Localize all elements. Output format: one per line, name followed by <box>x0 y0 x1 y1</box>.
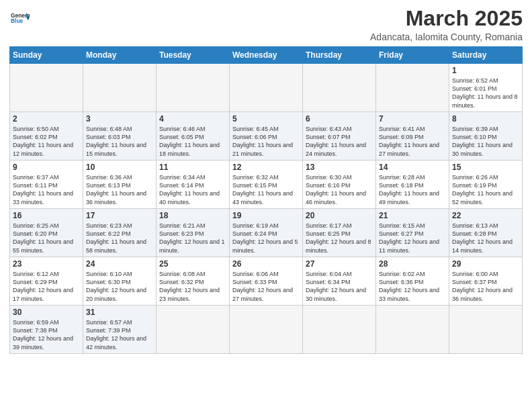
day-info: Sunrise: 6:45 AM Sunset: 6:06 PM Dayligh… <box>232 125 300 158</box>
calendar-week-row: 1Sunrise: 6:52 AM Sunset: 6:01 PM Daylig… <box>10 64 523 112</box>
day-info: Sunrise: 6:30 AM Sunset: 6:16 PM Dayligh… <box>306 173 373 206</box>
table-row: 9Sunrise: 6:37 AM Sunset: 6:11 PM Daylig… <box>10 161 83 209</box>
table-row: 21Sunrise: 6:15 AM Sunset: 6:27 PM Dayli… <box>376 209 449 257</box>
day-number: 19 <box>232 211 300 220</box>
day-number: 21 <box>379 211 446 220</box>
calendar-week-row: 23Sunrise: 6:12 AM Sunset: 6:29 PM Dayli… <box>10 257 523 306</box>
table-row: 25Sunrise: 6:08 AM Sunset: 6:32 PM Dayli… <box>157 257 230 306</box>
day-number: 3 <box>86 114 153 124</box>
table-row <box>376 64 449 112</box>
day-info: Sunrise: 6:06 AM Sunset: 6:33 PM Dayligh… <box>232 270 300 303</box>
table-row: 10Sunrise: 6:36 AM Sunset: 6:13 PM Dayli… <box>83 161 157 209</box>
day-info: Sunrise: 6:02 AM Sunset: 6:36 PM Dayligh… <box>379 270 446 303</box>
day-number: 30 <box>13 308 80 317</box>
table-row: 14Sunrise: 6:28 AM Sunset: 6:18 PM Dayli… <box>376 161 449 209</box>
svg-text:Blue: Blue <box>11 17 23 24</box>
table-row: 2Sunrise: 6:50 AM Sunset: 6:02 PM Daylig… <box>10 112 83 161</box>
table-row: 24Sunrise: 6:10 AM Sunset: 6:30 PM Dayli… <box>83 257 157 306</box>
header-wednesday: Wednesday <box>230 47 303 64</box>
table-row <box>157 64 230 112</box>
calendar-week-row: 16Sunrise: 6:25 AM Sunset: 6:20 PM Dayli… <box>10 209 523 257</box>
day-number: 2 <box>13 114 80 124</box>
table-row <box>376 306 449 354</box>
table-row: 17Sunrise: 6:23 AM Sunset: 6:22 PM Dayli… <box>83 209 157 257</box>
day-info: Sunrise: 6:36 AM Sunset: 6:13 PM Dayligh… <box>86 173 153 206</box>
day-number: 7 <box>379 114 446 124</box>
table-row: 18Sunrise: 6:21 AM Sunset: 6:23 PM Dayli… <box>157 209 230 257</box>
day-info: Sunrise: 6:43 AM Sunset: 6:07 PM Dayligh… <box>306 125 373 158</box>
day-info: Sunrise: 6:52 AM Sunset: 6:01 PM Dayligh… <box>452 77 519 109</box>
table-row: 20Sunrise: 6:17 AM Sunset: 6:25 PM Dayli… <box>303 209 376 257</box>
logo-area: General Blue <box>9 7 30 31</box>
day-number: 23 <box>13 259 80 269</box>
header-monday: Monday <box>83 47 157 64</box>
day-number: 27 <box>306 259 373 269</box>
header-sunday: Sunday <box>10 47 83 64</box>
day-info: Sunrise: 6:17 AM Sunset: 6:25 PM Dayligh… <box>306 222 373 255</box>
table-row: 23Sunrise: 6:12 AM Sunset: 6:29 PM Dayli… <box>10 257 83 306</box>
day-info: Sunrise: 6:37 AM Sunset: 6:11 PM Dayligh… <box>13 173 80 206</box>
day-number: 24 <box>86 259 153 269</box>
header-thursday: Thursday <box>303 47 376 64</box>
day-number: 25 <box>159 259 226 269</box>
day-info: Sunrise: 6:34 AM Sunset: 6:14 PM Dayligh… <box>159 173 226 206</box>
day-number: 5 <box>232 114 300 124</box>
day-info: Sunrise: 6:12 AM Sunset: 6:29 PM Dayligh… <box>13 270 80 303</box>
table-row: 31Sunrise: 6:57 AM Sunset: 7:39 PM Dayli… <box>83 306 157 354</box>
day-number: 18 <box>159 211 226 220</box>
day-number: 9 <box>13 163 80 172</box>
day-number: 13 <box>306 163 373 172</box>
day-number: 12 <box>232 163 300 172</box>
table-row <box>230 64 303 112</box>
day-number: 16 <box>13 211 80 220</box>
day-info: Sunrise: 6:48 AM Sunset: 6:03 PM Dayligh… <box>86 125 153 158</box>
header: General Blue March 2025 Adancata, Ialomi… <box>9 7 523 42</box>
day-number: 6 <box>306 114 373 124</box>
table-row <box>10 64 83 112</box>
table-row: 7Sunrise: 6:41 AM Sunset: 6:09 PM Daylig… <box>376 112 449 161</box>
table-row: 27Sunrise: 6:04 AM Sunset: 6:34 PM Dayli… <box>303 257 376 306</box>
day-number: 28 <box>379 259 446 269</box>
table-row <box>303 306 376 354</box>
day-number: 10 <box>86 163 153 172</box>
table-row: 26Sunrise: 6:06 AM Sunset: 6:33 PM Dayli… <box>230 257 303 306</box>
calendar-table: Sunday Monday Tuesday Wednesday Thursday… <box>9 46 523 354</box>
day-info: Sunrise: 6:21 AM Sunset: 6:23 PM Dayligh… <box>159 222 226 255</box>
day-number: 14 <box>379 163 446 172</box>
day-info: Sunrise: 6:25 AM Sunset: 6:20 PM Dayligh… <box>13 222 80 255</box>
day-number: 20 <box>306 211 373 220</box>
table-row: 11Sunrise: 6:34 AM Sunset: 6:14 PM Dayli… <box>157 161 230 209</box>
table-row: 30Sunrise: 6:59 AM Sunset: 7:38 PM Dayli… <box>10 306 83 354</box>
month-year-title: March 2025 <box>370 7 523 30</box>
table-row: 16Sunrise: 6:25 AM Sunset: 6:20 PM Dayli… <box>10 209 83 257</box>
day-info: Sunrise: 6:32 AM Sunset: 6:15 PM Dayligh… <box>232 173 300 206</box>
day-number: 29 <box>452 259 519 269</box>
day-info: Sunrise: 6:26 AM Sunset: 6:19 PM Dayligh… <box>452 173 519 206</box>
table-row: 19Sunrise: 6:19 AM Sunset: 6:24 PM Dayli… <box>230 209 303 257</box>
day-info: Sunrise: 6:15 AM Sunset: 6:27 PM Dayligh… <box>379 222 446 255</box>
calendar-week-row: 30Sunrise: 6:59 AM Sunset: 7:38 PM Dayli… <box>10 306 523 354</box>
day-number: 8 <box>452 114 519 124</box>
day-info: Sunrise: 6:19 AM Sunset: 6:24 PM Dayligh… <box>232 222 300 255</box>
day-number: 31 <box>86 308 153 317</box>
header-tuesday: Tuesday <box>157 47 230 64</box>
day-info: Sunrise: 6:46 AM Sunset: 6:05 PM Dayligh… <box>159 125 226 158</box>
calendar-header-row: Sunday Monday Tuesday Wednesday Thursday… <box>10 47 523 64</box>
table-row: 13Sunrise: 6:30 AM Sunset: 6:16 PM Dayli… <box>303 161 376 209</box>
day-number: 4 <box>159 114 226 124</box>
table-row: 22Sunrise: 6:13 AM Sunset: 6:28 PM Dayli… <box>449 209 523 257</box>
day-number: 26 <box>232 259 300 269</box>
day-number: 15 <box>452 163 519 172</box>
calendar-week-row: 9Sunrise: 6:37 AM Sunset: 6:11 PM Daylig… <box>10 161 523 209</box>
header-friday: Friday <box>376 47 449 64</box>
day-info: Sunrise: 6:08 AM Sunset: 6:32 PM Dayligh… <box>159 270 226 303</box>
day-info: Sunrise: 6:57 AM Sunset: 7:39 PM Dayligh… <box>86 318 153 351</box>
svg-marker-3 <box>26 17 30 21</box>
table-row: 15Sunrise: 6:26 AM Sunset: 6:19 PM Dayli… <box>449 161 523 209</box>
page: General Blue March 2025 Adancata, Ialomi… <box>0 0 532 411</box>
day-info: Sunrise: 6:04 AM Sunset: 6:34 PM Dayligh… <box>306 270 373 303</box>
table-row: 5Sunrise: 6:45 AM Sunset: 6:06 PM Daylig… <box>230 112 303 161</box>
location-subtitle: Adancata, Ialomita County, Romania <box>370 32 523 42</box>
calendar-week-row: 2Sunrise: 6:50 AM Sunset: 6:02 PM Daylig… <box>10 112 523 161</box>
day-info: Sunrise: 6:13 AM Sunset: 6:28 PM Dayligh… <box>452 222 519 255</box>
